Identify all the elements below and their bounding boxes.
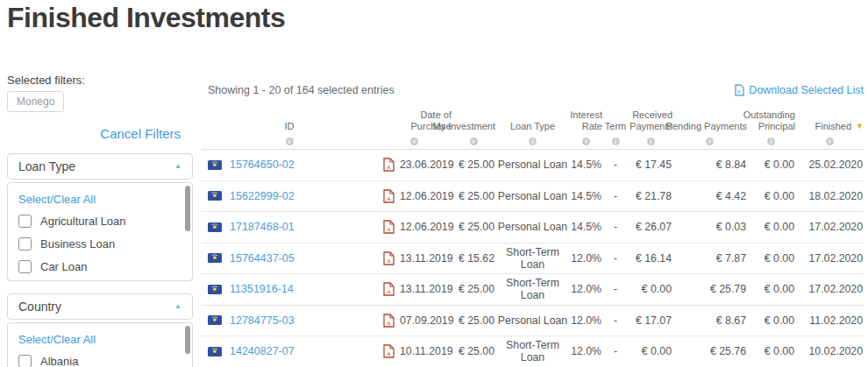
loan-type-value: Personal Loan (495, 159, 570, 171)
outstanding-principal-value: € 0.00 (747, 314, 795, 327)
loan-type-value: Personal Loan (495, 314, 570, 327)
pdf-icon[interactable]: A (383, 282, 395, 296)
pdf-icon[interactable]: A (383, 158, 395, 172)
interest-rate-value: 14.5% (570, 190, 602, 202)
loan-type-value: Short-Term Loan (495, 277, 570, 301)
loan-type-select-all-link[interactable]: Select/Clear All (18, 193, 96, 206)
outstanding-principal-value: € 0.00 (747, 221, 795, 233)
info-icon[interactable]: i (410, 138, 418, 145)
info-icon[interactable]: i (767, 138, 775, 145)
pdf-icon[interactable]: A (383, 314, 395, 328)
purchase-date: 07.09.2019 (400, 314, 454, 327)
kosovo-flag-icon (208, 315, 222, 325)
checkbox[interactable] (18, 237, 32, 251)
loan-id-link[interactable]: 15764437-05 (230, 252, 295, 265)
filter-option-row: Forward flow loan (18, 278, 181, 281)
interest-rate-value: 14.5% (570, 159, 602, 171)
table-row: 15622999-02 A 12.06.2019 € 25.00 Persona… (202, 181, 864, 213)
pdf-icon[interactable]: A (383, 251, 395, 265)
column-label: Outstanding Principal (739, 109, 795, 132)
loan-id-link[interactable]: 15764650-02 (230, 159, 295, 171)
outstanding-principal-value: € 0.00 (747, 252, 795, 265)
loan-id-link[interactable]: 11351916-14 (230, 283, 294, 295)
column-header-interest-rate[interactable]: Interest Rate i (570, 109, 602, 149)
column-label: Interest Rate (562, 109, 602, 132)
checkbox[interactable] (18, 215, 32, 228)
column-header-pending-payments[interactable]: Pending Payments i (672, 109, 747, 149)
info-icon[interactable]: i (470, 138, 478, 145)
interest-rate-value: 12.0% (570, 283, 602, 295)
info-icon[interactable]: i (612, 138, 620, 145)
term-value: - (602, 283, 629, 295)
column-header-outstanding-principal[interactable]: Outstanding Principal i (747, 109, 795, 149)
outstanding-principal-value: € 0.00 (747, 190, 795, 202)
loan-id-link[interactable]: 17187468-01 (230, 221, 295, 233)
pdf-icon[interactable]: A (383, 220, 395, 234)
loan-type-value: Personal Loan (495, 190, 570, 202)
column-header-term[interactable]: Term i (602, 109, 629, 149)
filter-option-row: Albania (18, 349, 181, 367)
cancel-filters-link[interactable]: Cancel Filters (7, 126, 193, 141)
purchase-date: 23.06.2019 (400, 159, 454, 171)
info-icon[interactable]: i (647, 138, 655, 145)
pdf-icon[interactable]: A (383, 344, 395, 358)
filter-option-row: Agricultural Loan (18, 209, 181, 232)
my-investment-value: € 15.62 (452, 252, 495, 265)
checkbox[interactable] (18, 355, 32, 367)
purchase-date: 13.11.2019 (400, 252, 453, 265)
filter-option-label: Car Loan (40, 260, 87, 273)
filter-chip-monego[interactable]: Monego (7, 91, 64, 112)
collapse-up-icon[interactable]: ▲ (174, 163, 181, 170)
received-payments-value: € 26.07 (629, 221, 672, 233)
info-icon[interactable]: i (826, 138, 834, 145)
pending-payments-value: € 25.79 (672, 283, 747, 295)
finished-date-value: 17.02.2020 (795, 221, 864, 233)
column-header-finished[interactable]: Finished ▼ i (795, 109, 864, 149)
info-icon[interactable]: i (286, 138, 294, 145)
info-icon[interactable]: i (529, 138, 537, 145)
filter-option-label: Agricultural Loan (40, 215, 126, 228)
received-payments-value: € 0.00 (629, 283, 672, 295)
pdf-icon[interactable]: A (383, 189, 395, 203)
kosovo-flag-icon (208, 253, 222, 263)
download-selected-list-link[interactable]: x Download Selected List (735, 84, 864, 96)
kosovo-flag-icon (208, 222, 222, 232)
sort-desc-icon[interactable]: ▼ (856, 121, 864, 132)
scrollbar-thumb[interactable] (185, 326, 190, 354)
table-row: 15764437-05 A 13.11.2019 € 15.62 Short-T… (202, 243, 864, 275)
info-icon[interactable]: i (582, 138, 590, 145)
column-header-loan-type[interactable]: Loan Type i (495, 109, 570, 149)
column-header-my-investment[interactable]: My Investment i (452, 109, 495, 149)
pending-payments-value: € 8.67 (672, 314, 747, 327)
interest-rate-value: 14.5% (570, 221, 602, 233)
loan-id-link[interactable]: 14240827-07 (230, 345, 295, 357)
received-payments-value: € 17.07 (629, 314, 672, 327)
collapse-up-icon[interactable]: ▲ (174, 303, 181, 310)
info-icon[interactable]: i (706, 138, 714, 145)
loan-type-panel-body: Select/Clear All Agricultural Loan Busin… (7, 182, 193, 281)
outstanding-principal-value: € 0.00 (747, 159, 795, 171)
loan-type-value: Personal Loan (495, 221, 570, 233)
table-body: 15764650-02 A 23.06.2019 € 25.00 Persona… (202, 150, 864, 367)
column-header-id[interactable]: ID i (202, 109, 377, 149)
checkbox[interactable] (18, 260, 32, 273)
purchase-date: 10.11.2019 (400, 345, 453, 357)
loan-type-panel-header[interactable]: Loan Type ▲ (7, 153, 193, 180)
scrollbar-thumb[interactable] (185, 186, 190, 231)
kosovo-flag-icon (208, 285, 222, 294)
pending-payments-value: € 0.03 (672, 221, 747, 233)
country-panel-header[interactable]: Country ▲ (7, 293, 193, 320)
finished-date-value: 17.02.2020 (795, 283, 864, 295)
loan-id-link[interactable]: 15622999-02 (230, 190, 295, 202)
spreadsheet-file-icon: x (735, 84, 744, 96)
kosovo-flag-icon (208, 160, 222, 170)
country-panel-title: Country (18, 300, 61, 314)
finished-date-value: 11.02.2020 (795, 314, 864, 327)
my-investment-value: € 25.00 (452, 159, 495, 171)
table-row: 12784775-03 A 07.09.2019 € 25.00 Persona… (202, 306, 864, 337)
pending-payments-value: € 7.87 (672, 252, 747, 265)
interest-rate-value: 12.0% (570, 345, 602, 357)
loan-id-link[interactable]: 12784775-03 (230, 314, 295, 327)
country-select-all-link[interactable]: Select/Clear All (18, 333, 96, 346)
svg-text:A: A (387, 288, 391, 294)
